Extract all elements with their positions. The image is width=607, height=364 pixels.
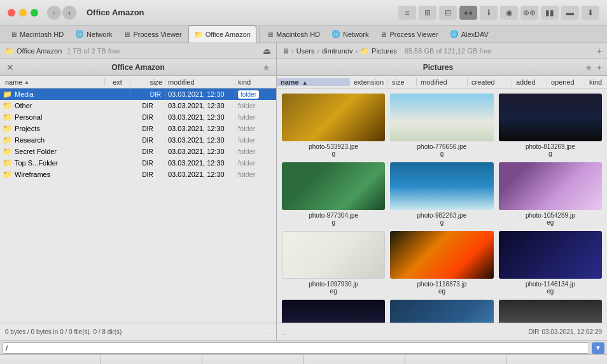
left-panel-close-btn[interactable]: ✕ (5, 62, 15, 73)
photo-label-977304: photo-977304.jpeg (309, 212, 358, 226)
path-input[interactable] (3, 342, 589, 354)
grid-view-icon[interactable]: ⊟ (439, 6, 457, 20)
traffic-lights (8, 9, 38, 17)
photo-item-1146134[interactable]: photo-1146134.jpeg (499, 231, 602, 295)
right-panel-add-btn[interactable]: + (597, 62, 602, 73)
file-row-secret[interactable]: 📁 Secret Folder DIR 03.03.2021, 12:30 fo… (0, 146, 276, 157)
photo-item-b2[interactable] (390, 300, 493, 323)
photo-item-1054289[interactable]: photo-1054289.jpeg (499, 162, 602, 226)
bc-users[interactable]: Users (297, 47, 315, 55)
info-icon[interactable]: ℹ (480, 6, 498, 20)
col-ext-header[interactable]: ext (104, 78, 130, 86)
download-icon[interactable]: ⬇ (582, 6, 599, 20)
forward-button[interactable]: › (62, 6, 76, 20)
photo-item-b3[interactable] (499, 300, 602, 323)
left-eject-icon[interactable]: ⏏ (263, 46, 271, 56)
left-panel-title: Office Amazon (18, 63, 258, 72)
view-button[interactable]: View – F3 (0, 355, 101, 364)
tab-process-viewer-2[interactable]: 🖥 Process Viewer (375, 25, 443, 43)
drive-icon[interactable]: ▬ (561, 6, 579, 20)
right-panel-header: Pictures ★ + (277, 59, 607, 76)
file-row-media[interactable]: 📁 Media DIR 03.03.2021, 12:30 folder (0, 88, 276, 100)
file-row-research[interactable]: 📁 Research DIR 03.03.2021, 12:30 folder (0, 134, 276, 146)
bc-pictures[interactable]: Pictures (372, 47, 397, 55)
right-eject-icon[interactable]: + (597, 46, 602, 56)
list-view-icon[interactable]: ≡ (398, 6, 416, 20)
folder-icon-research: 📁 (3, 136, 12, 144)
photo-item-1097930[interactable]: photo-1097930.jpeg (282, 231, 385, 295)
minimize-button[interactable] (19, 9, 27, 17)
window-title: Office Amazon (87, 8, 144, 17)
folder-icon-tops: 📁 (3, 158, 12, 167)
eye-icon[interactable]: ◉ (500, 6, 518, 20)
photo-label-776656: photo-776656.jpeg (417, 143, 467, 157)
file-list: 📁 Media DIR 03.03.2021, 12:30 folder 📁 O… (0, 88, 276, 323)
file-row-projects[interactable]: 📁 Projects DIR 03.03.2021, 12:30 folder (0, 123, 276, 134)
photo-thumb-1146134 (499, 231, 602, 279)
move-button[interactable]: Move – F6 (304, 355, 405, 364)
file-row-wireframes[interactable]: 📁 Wireframes DIR 03.03.2021, 12:30 folde… (0, 169, 276, 180)
photo-thumb-1054289 (499, 162, 602, 210)
toggle-icon[interactable]: ●● (459, 6, 477, 20)
left-panel-star-btn[interactable]: ★ (261, 62, 271, 73)
tab-process-viewer-1[interactable]: 🖥 Process Viewer (118, 25, 186, 43)
photo-item-982263[interactable]: photo-982263.jpeg (390, 162, 493, 226)
file-row-other[interactable]: 📁 Other DIR 03.03.2021, 12:30 folder (0, 100, 276, 111)
close-button[interactable] (8, 9, 15, 17)
right-status-dir: DIR (528, 328, 539, 335)
toolbar-icons: ≡ ⊞ ⊟ ●● ℹ ◉ ⊕⊕ ▮▮ ▬ ⬇ (398, 6, 599, 20)
panel-icon[interactable]: ▮▮ (541, 6, 559, 20)
net-icon-1: 🌐 (75, 30, 84, 38)
file-row-tops[interactable]: 📁 Top S...Folder DIR 03.03.2021, 12:30 f… (0, 157, 276, 169)
edit-button[interactable]: Edit – F4 (101, 355, 202, 364)
nav-arrows: ‹ › (47, 6, 76, 20)
right-status-date: 03.03.2021, 12:02:29 (541, 328, 602, 335)
photo-item-533923[interactable]: photo-533923.jpeg (282, 94, 385, 157)
col-name-header[interactable]: name ▲ (0, 78, 104, 86)
tab-network-2[interactable]: 🌐 Network (326, 25, 373, 43)
rcol-added[interactable]: added (512, 78, 547, 86)
search-icon[interactable]: ⊕⊕ (520, 6, 538, 20)
photo-item-813269[interactable]: photo-813269.jpeg (499, 94, 602, 157)
photo-item-1118873[interactable]: photo-1118873.jpeg (390, 231, 493, 295)
rcol-kind[interactable]: kind (585, 78, 607, 86)
delete-button[interactable]: Delete – F8 (506, 355, 607, 364)
photo-item-977304[interactable]: photo-977304.jpeg (282, 162, 385, 226)
tab-macintosh-hd-1[interactable]: 🖥 Macintosh HD (5, 25, 69, 43)
folder-icon-active: 📁 (194, 31, 203, 39)
maximize-button[interactable] (31, 9, 38, 17)
new-folder-button[interactable]: New Folder – F7 (405, 355, 506, 364)
bc-sep-2: › (317, 47, 319, 55)
photo-item-776656[interactable]: photo-776656.jpeg (390, 94, 493, 157)
net-icon-2: 🌐 (331, 30, 340, 38)
rcol-opened[interactable]: opened (547, 78, 585, 86)
right-path-bar: 🖥 › Users › dimtrunov › 📁 Pictures 65,58… (277, 43, 607, 59)
rcol-extension[interactable]: extension (349, 78, 387, 86)
tab-office-amazon[interactable]: 📁 Office Amazon (188, 25, 256, 43)
col-size-header[interactable]: size (130, 78, 165, 86)
tab-network-1[interactable]: 🌐 Network (70, 25, 117, 43)
folder-icon-other: 📁 (3, 101, 12, 110)
col-kind-header[interactable]: kind (235, 78, 276, 86)
column-view-icon[interactable]: ⊞ (419, 6, 436, 20)
file-kind-media: folder (235, 90, 276, 98)
tab-macintosh-hd-2[interactable]: 🖥 Macintosh HD (262, 25, 325, 43)
rcol-modified[interactable]: modified (416, 78, 467, 86)
photo-thumb-776656 (390, 94, 493, 141)
path-dropdown-btn[interactable]: ▼ (592, 342, 604, 354)
photo-thumb-1118873 (390, 231, 493, 279)
col-modified-header[interactable]: modified (165, 78, 235, 86)
right-panel-star-btn[interactable]: ★ (584, 62, 594, 73)
rcol-created[interactable]: created (467, 78, 512, 86)
right-panel-close-btn[interactable] (282, 62, 292, 73)
photo-item-b1[interactable] (282, 300, 385, 323)
file-row-personal[interactable]: 📁 Personal DIR 03.03.2021, 12:30 folder (0, 111, 276, 123)
photo-label-1146134: photo-1146134.jpeg (526, 281, 575, 295)
rcol-size[interactable]: size (387, 78, 416, 86)
copy-button[interactable]: Copy – F5 (202, 355, 304, 364)
tab-alexdav[interactable]: 🌐 AlexDAV (445, 25, 494, 43)
left-col-headers: name ▲ ext size modified kind (0, 76, 276, 88)
rcol-name[interactable]: name ▲ (277, 78, 349, 86)
bc-dimtrunov[interactable]: dimtrunov (322, 47, 352, 55)
back-button[interactable]: ‹ (47, 6, 61, 20)
